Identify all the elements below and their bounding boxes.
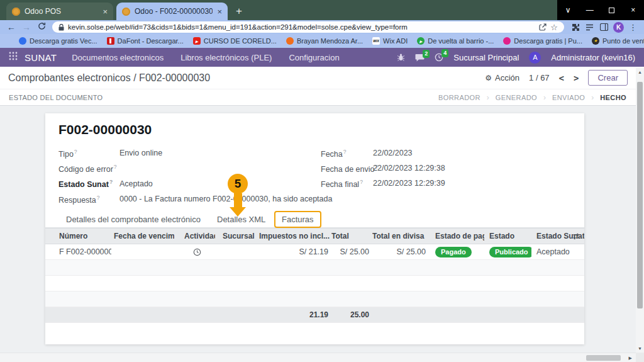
- pager-previous-icon[interactable]: <: [559, 73, 564, 83]
- status-step-hecho[interactable]: HECHO: [600, 94, 626, 101]
- bookmark-star-icon[interactable]: ☆: [550, 23, 558, 31]
- cell-actividades[interactable]: [174, 244, 215, 260]
- bookmark-item[interactable]: ▶ De vuelta al barrio -...: [417, 37, 494, 45]
- col-actividades[interactable]: Actividades: [174, 229, 215, 244]
- reload-icon[interactable]: [34, 22, 49, 32]
- browser-tab-odoo-pos[interactable]: Odoo POS ×: [6, 3, 113, 20]
- scrollbar-corner: [636, 353, 644, 362]
- horizontal-scrollbar[interactable]: ▶: [0, 353, 636, 362]
- browser-window: Odoo POS × Odoo - F002-00000030 × + ∨ — …: [0, 0, 644, 362]
- tab-facturas[interactable]: Facturas: [274, 211, 321, 228]
- new-tab-button[interactable]: +: [236, 6, 242, 16]
- bookmark-item[interactable]: Descarga gratis | Pu...: [503, 37, 582, 45]
- menu-configuracion[interactable]: Configuracion: [289, 53, 339, 62]
- col-estado-sunat[interactable]: Estado Sunat: [531, 229, 584, 244]
- bookmark-item[interactable]: ▶ CURSO DE CORELD...: [193, 37, 277, 45]
- app-brand[interactable]: SUNAT: [25, 52, 57, 63]
- annotation-arrow: [234, 193, 242, 208]
- bookmark-label: Descarga gratis | Pu...: [514, 37, 582, 45]
- browser-menu-icon[interactable]: ⋮: [626, 23, 640, 32]
- wix-favicon-icon: WIX: [372, 37, 380, 45]
- firefox-favicon-icon: [286, 37, 294, 45]
- field-value-estado-sunat: Aceptado: [119, 179, 153, 188]
- col-numero[interactable]: Número: [45, 229, 111, 244]
- scroll-up-icon[interactable]: ▲: [636, 70, 644, 74]
- status-step-generado[interactable]: GENERADO: [496, 94, 537, 101]
- status-step-borrador[interactable]: BORRADOR: [438, 94, 480, 101]
- scrollbar-thumb[interactable]: [637, 82, 643, 308]
- help-icon: ?: [360, 179, 363, 185]
- back-icon[interactable]: ←: [4, 22, 19, 32]
- share-icon[interactable]: [539, 23, 547, 31]
- odoo-favicon-icon: [122, 8, 130, 16]
- tab-close-icon[interactable]: ×: [103, 7, 108, 16]
- extensions-icon[interactable]: [568, 23, 582, 31]
- cell-total-divisa[interactable]: S/ 25.00: [372, 244, 429, 260]
- field-label-tipo: Tipo?: [58, 149, 77, 159]
- cell-numero[interactable]: F F002-00000030: [45, 244, 111, 260]
- browser-tab-active[interactable]: Odoo - F002-00000030 ×: [116, 3, 228, 20]
- status-step-enviado[interactable]: ENVIADO: [552, 94, 585, 101]
- minimize-icon[interactable]: —: [579, 0, 601, 20]
- vertical-scrollbar[interactable]: ▲ ▼: [636, 68, 644, 353]
- empty-row: [45, 260, 584, 276]
- odoo-navbar: SUNAT Documentos electronicos Libros ele…: [0, 48, 644, 67]
- scroll-right-icon[interactable]: ▶: [629, 356, 632, 361]
- close-icon[interactable]: ×: [623, 0, 644, 20]
- tab-close-icon[interactable]: ×: [217, 7, 222, 16]
- field-value-respuesta: 0000 - La Factura numero F002-00000030, …: [119, 195, 332, 203]
- col-impuestos[interactable]: Impuestos no incl...: [259, 229, 331, 244]
- create-button[interactable]: Crear: [588, 70, 628, 86]
- col-total[interactable]: Total: [331, 229, 372, 244]
- profile-initial: K: [613, 22, 624, 33]
- cell-total[interactable]: S/ 25.00: [331, 244, 372, 260]
- menu-documentos-electronicos[interactable]: Documentos electronicos: [72, 53, 164, 62]
- cell-impuestos[interactable]: S/ 21.19: [259, 244, 331, 260]
- activities-clock-icon[interactable]: 4: [435, 53, 443, 62]
- debug-bug-icon[interactable]: [397, 54, 405, 61]
- gear-icon: ⚙: [485, 74, 492, 82]
- action-menu[interactable]: ⚙ Acción: [485, 73, 519, 82]
- user-avatar[interactable]: A: [529, 52, 541, 64]
- invoice-row[interactable]: F F002-00000030 S/ 21.19 S/ 25.00 S/ 25.…: [45, 244, 584, 260]
- pager-next-icon[interactable]: >: [574, 73, 579, 83]
- col-total-divisa[interactable]: Total en divisa: [372, 229, 429, 244]
- bookmark-item[interactable]: Descarga gratis Vec...: [19, 37, 97, 45]
- notebook-tabs: Detalles del comprobante electrónico Det…: [45, 209, 584, 228]
- tab-detalles-comprobante[interactable]: Detalles del comprobante electrónico: [66, 215, 201, 224]
- reading-list-icon[interactable]: [582, 24, 597, 31]
- address-bar[interactable]: kevin.solse.pe/web#id=73&cids=1&bids=1&m…: [52, 21, 564, 33]
- profile-avatar[interactable]: K: [611, 22, 626, 33]
- side-panel-icon[interactable]: [597, 23, 611, 31]
- breadcrumb[interactable]: Comprobantes electronicos / F002-0000003…: [8, 72, 210, 84]
- company-switcher[interactable]: Sucursal Principal: [453, 53, 519, 62]
- messages-icon[interactable]: 2: [415, 54, 425, 62]
- col-estado-pago[interactable]: Estado de pago: [429, 229, 484, 244]
- col-fecha-vencimiento[interactable]: Fecha de vencimi...: [111, 229, 174, 244]
- forward-icon[interactable]: →: [19, 22, 34, 32]
- col-sucursal[interactable]: Sucursal: [215, 229, 259, 244]
- bookmark-item[interactable]: Brayan Mendoza Ar...: [286, 37, 363, 45]
- user-menu[interactable]: Administrator (kevin16): [551, 53, 635, 62]
- apps-grid-icon[interactable]: [9, 52, 18, 63]
- field-label-respuesta: Respuesta?: [58, 195, 100, 205]
- browser-toolbar: ← → kevin.solse.pe/web#id=73&cids=1&bids…: [0, 20, 644, 34]
- action-label: Acción: [495, 73, 519, 82]
- adjust-columns-icon[interactable]: [572, 233, 580, 242]
- scroll-down-icon[interactable]: ▼: [636, 346, 644, 351]
- bookmark-item[interactable]: DaFont - Descargar...: [107, 37, 184, 45]
- field-value-tipo: Envio online: [119, 149, 162, 157]
- empty-row: [45, 276, 584, 291]
- help-icon: ?: [74, 149, 77, 155]
- dafont-favicon-icon: [107, 37, 114, 45]
- scrollbar-thumb[interactable]: [586, 355, 621, 361]
- url-text: kevin.solse.pe/web#id=73&cids=1&bids=1&m…: [68, 23, 535, 31]
- bookmark-item[interactable]: WIX Wix ADI: [372, 37, 408, 45]
- cell-estado-sunat[interactable]: Aceptado: [531, 244, 584, 260]
- restore-icon[interactable]: [601, 0, 623, 20]
- menu-libros-electronicos[interactable]: Libros electrónicos (PLE): [180, 53, 272, 62]
- bookmark-item[interactable]: ★ Punto de venta Ven...: [592, 37, 644, 45]
- col-estado[interactable]: Estado: [484, 229, 531, 244]
- field-value-fecha-final: 22/02/2023 12:29:39: [373, 179, 445, 188]
- window-menu-icon[interactable]: ∨: [557, 0, 579, 20]
